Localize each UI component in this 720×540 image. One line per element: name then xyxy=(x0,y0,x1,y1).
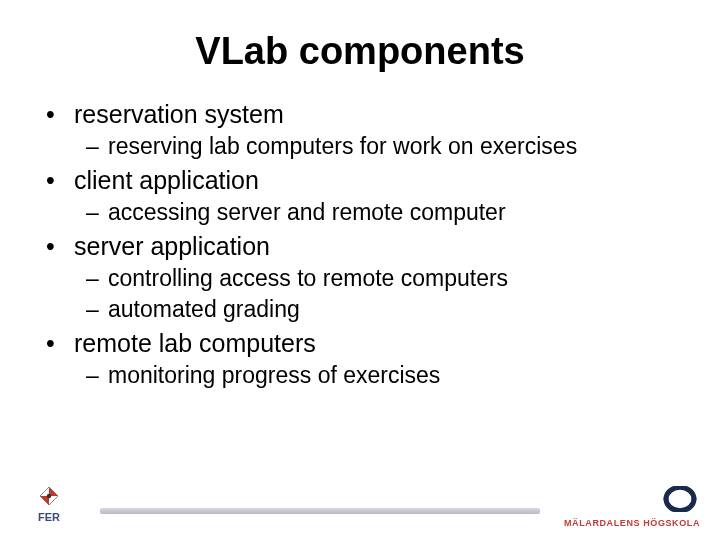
dash-icon: – xyxy=(86,361,108,390)
mdh-logo: MÄLARDALENS HÖGSKOLA xyxy=(564,486,700,528)
bullet-text: reservation system xyxy=(74,99,284,130)
sub-bullet-item: – monitoring progress of exercises xyxy=(86,361,680,390)
bullet-item: • remote lab computers xyxy=(46,328,680,359)
sub-bullet-text: reserving lab computers for work on exer… xyxy=(108,132,577,161)
mdh-logo-text: MÄLARDALENS HÖGSKOLA xyxy=(564,518,700,528)
fer-logo: FER xyxy=(24,484,74,528)
fer-logo-text: FER xyxy=(38,511,60,523)
dash-icon: – xyxy=(86,132,108,161)
bullet-icon: • xyxy=(46,99,74,130)
bullet-text: remote lab computers xyxy=(74,328,316,359)
sub-bullet-text: controlling access to remote computers xyxy=(108,264,508,293)
sub-bullet-text: automated grading xyxy=(108,295,300,324)
svg-rect-4 xyxy=(676,496,684,502)
svg-point-3 xyxy=(47,494,51,498)
slide: VLab components • reservation system – r… xyxy=(0,0,720,540)
sub-bullet-item: – automated grading xyxy=(86,295,680,324)
bullet-item: • client application xyxy=(46,165,680,196)
bullet-icon: • xyxy=(46,328,74,359)
bullet-item: • reservation system xyxy=(46,99,680,130)
sub-bullet-item: – controlling access to remote computers xyxy=(86,264,680,293)
bullet-text: client application xyxy=(74,165,259,196)
bullet-text: server application xyxy=(74,231,270,262)
dash-icon: – xyxy=(86,264,108,293)
dash-icon: – xyxy=(86,295,108,324)
sub-bullet-text: accessing server and remote computer xyxy=(108,198,506,227)
bullet-icon: • xyxy=(46,165,74,196)
bullet-icon: • xyxy=(46,231,74,262)
footer-divider xyxy=(100,508,540,514)
slide-footer: FER MÄLARDALENS HÖGSKOLA xyxy=(0,480,720,528)
bullet-item: • server application xyxy=(46,231,680,262)
sub-bullet-item: – accessing server and remote computer xyxy=(86,198,680,227)
sub-bullet-text: monitoring progress of exercises xyxy=(108,361,440,390)
sub-bullet-item: – reserving lab computers for work on ex… xyxy=(86,132,680,161)
dash-icon: – xyxy=(86,198,108,227)
slide-title: VLab components xyxy=(40,30,680,73)
slide-content: • reservation system – reserving lab com… xyxy=(40,99,680,390)
